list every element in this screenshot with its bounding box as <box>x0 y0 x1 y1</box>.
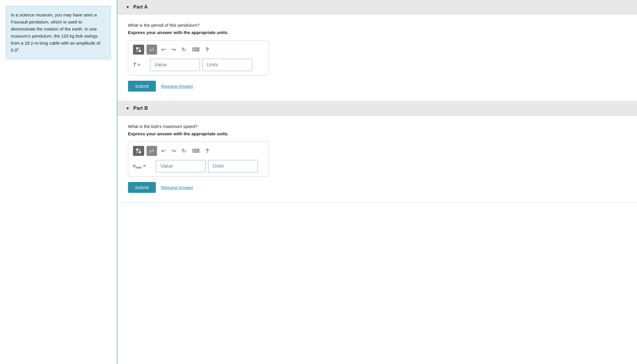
part-b-request-answer-button[interactable]: Request Answer <box>161 185 193 190</box>
mu-icon: μÅ <box>149 47 154 52</box>
problem-text-box: In a science museum, you may have seen a… <box>6 6 111 59</box>
part-b-instruction: Express your answer with the appropriate… <box>128 131 626 136</box>
part-b-question: What is the bob's maximum speed? <box>128 124 626 129</box>
svg-rect-4 <box>136 149 138 151</box>
part-b-help-button[interactable]: ? <box>204 147 210 155</box>
part-a-toolbar: μÅ ↩ ↪ ↻ ⌨ ? <box>133 45 264 55</box>
part-b-answer-box: μÅ ↩ ↪ ↻ ⌨ ? vmax = <box>128 141 269 177</box>
part-a-header: ▼ Part A <box>117 0 637 14</box>
svg-rect-6 <box>136 151 138 153</box>
problem-text: In a science museum, you may have seen a… <box>11 12 100 53</box>
part-a-request-answer-button[interactable]: Request Answer <box>161 84 193 89</box>
part-a-title: Part A <box>133 4 148 10</box>
part-a-chevron-icon[interactable]: ▼ <box>126 5 130 9</box>
part-a-answer-box: μÅ ↩ ↪ ↻ ⌨ ? T = <box>128 40 269 75</box>
right-panel: ▼ Part A What is the period of this pend… <box>117 0 637 364</box>
left-panel: In a science museum, you may have seen a… <box>0 0 117 364</box>
part-b-grid-button[interactable] <box>133 146 144 156</box>
part-a-help-button[interactable]: ? <box>204 45 210 54</box>
part-b-chevron-icon[interactable]: ▼ <box>126 106 130 111</box>
part-b-undo-button[interactable]: ↩ <box>159 146 167 155</box>
part-a-grid-button[interactable] <box>133 45 144 55</box>
part-b-toolbar: μÅ ↩ ↪ ↻ ⌨ ? <box>133 146 264 156</box>
part-b-equation-label: vmax = <box>133 163 154 169</box>
part-a-value-input[interactable] <box>150 59 200 71</box>
part-a-redo-button[interactable]: ↪ <box>170 45 178 54</box>
part-a-mu-button[interactable]: μÅ <box>146 45 157 55</box>
svg-rect-7 <box>139 151 141 153</box>
part-a-submit-button[interactable]: Submit <box>128 81 156 92</box>
part-b-reset-button[interactable]: ↻ <box>180 146 188 155</box>
part-b-action-row: Submit Request Answer <box>128 182 626 193</box>
part-a-reset-button[interactable]: ↻ <box>180 45 188 54</box>
part-b-title: Part B <box>133 105 148 111</box>
svg-rect-0 <box>136 47 138 49</box>
part-b-submit-button[interactable]: Submit <box>128 182 156 193</box>
part-a-instruction: Express your answer with the appropriate… <box>128 30 626 35</box>
part-a-equation-label: T = <box>133 62 148 68</box>
part-a-section: ▼ Part A What is the period of this pend… <box>117 0 637 101</box>
part-a-input-row: T = <box>133 59 264 71</box>
part-b-content: What is the bob's maximum speed? Express… <box>117 116 637 202</box>
svg-rect-2 <box>136 50 138 52</box>
svg-rect-5 <box>139 149 141 151</box>
part-b-input-row: vmax = <box>133 160 264 172</box>
part-b-value-input[interactable] <box>156 160 206 172</box>
part-a-keyboard-button[interactable]: ⌨ <box>190 45 201 54</box>
part-b-mu-button[interactable]: μÅ <box>146 146 157 156</box>
part-a-units-input[interactable] <box>202 59 252 71</box>
part-b-units-input[interactable] <box>208 160 258 172</box>
part-a-undo-button[interactable]: ↩ <box>159 45 167 54</box>
part-a-question: What is the period of this pendulum? <box>128 23 626 28</box>
part-b-keyboard-button[interactable]: ⌨ <box>190 146 201 155</box>
svg-rect-3 <box>139 50 141 52</box>
part-b-section: ▼ Part B What is the bob's maximum speed… <box>117 101 637 203</box>
part-b-header: ▼ Part B <box>117 101 637 116</box>
part-a-action-row: Submit Request Answer <box>128 81 626 92</box>
part-b-redo-button[interactable]: ↪ <box>170 146 178 155</box>
mu-icon-b: μÅ <box>149 149 154 153</box>
part-a-content: What is the period of this pendulum? Exp… <box>117 14 637 101</box>
svg-rect-1 <box>139 47 141 49</box>
